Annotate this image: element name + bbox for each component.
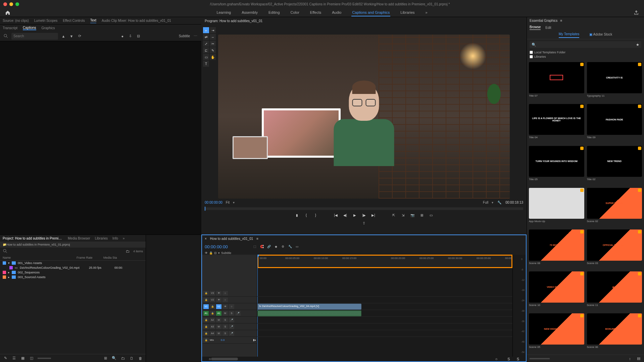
track-lock-icon[interactable]: 🔒 (203, 298, 209, 302)
lock-icon[interactable]: 🔒 (209, 251, 213, 255)
workspace-captions-graphics[interactable]: Captions and Graphics (351, 9, 390, 16)
track-label[interactable]: V2 (210, 298, 215, 302)
track-lock-icon[interactable]: 🔒 (210, 311, 215, 316)
window-controls[interactable] (3, 2, 19, 6)
filter-libraries-checkbox[interactable]: Libraries (530, 55, 641, 58)
expand-icon[interactable]: ▾ (8, 261, 10, 265)
timeline-timecode[interactable]: 00:00:00:00 (205, 244, 252, 249)
mark-out-icon[interactable]: } (313, 213, 318, 218)
caption-refresh-icon[interactable]: ⟳ (77, 34, 82, 39)
captions-more-icon[interactable]: ⋯ (193, 34, 198, 39)
timeline-scrollbar[interactable]: ○ ○ S S (202, 357, 526, 361)
tab-project[interactable]: Project: How to add subtitles in Premier… (3, 237, 63, 240)
export-frame-icon[interactable]: 📷 (410, 213, 415, 218)
template-item[interactable]: VIDEO DISPLAYSScene 10 (529, 271, 584, 311)
track-label[interactable]: V1 (216, 304, 221, 309)
template-item[interactable]: 설치Scene 11 (587, 271, 642, 311)
track-lock-icon[interactable]: 🔒 (203, 331, 209, 336)
step-back-icon[interactable]: ◀| (343, 213, 348, 218)
track-voice-icon[interactable]: 🎤 (229, 331, 234, 336)
new-item-icon[interactable]: ✎ (3, 356, 8, 361)
track-lane-a1[interactable] (257, 310, 512, 317)
caption-next-icon[interactable]: ▼ (69, 34, 74, 39)
template-thumbnail[interactable]: VIDEO DISPLAYS (529, 271, 584, 303)
tracks-area[interactable]: 00:00 00:00:05:00 00:00:10:00 00:00:15:0… (257, 255, 512, 357)
caption-record-icon[interactable]: ● (120, 34, 125, 39)
template-item[interactable]: FASHION FADETitle 09 (587, 104, 642, 143)
tab-lumetri[interactable]: Lumetri Scopes (34, 19, 57, 22)
track-lock-icon[interactable]: 🔒 (203, 338, 209, 343)
workspace-color[interactable]: Color (290, 9, 300, 16)
workspace-audio[interactable]: Audio (331, 9, 342, 16)
thumb-size-slider[interactable] (530, 358, 550, 359)
step-forward-icon[interactable]: |▶ (361, 213, 367, 218)
cc-icon[interactable]: ▭ (294, 244, 300, 250)
subtab-graphics[interactable]: Graphics (42, 26, 55, 30)
list-view-icon[interactable]: ☰ (11, 356, 17, 361)
workspace-learning[interactable]: Learning (216, 9, 232, 16)
scroll-handle-right[interactable]: ○ (495, 357, 498, 361)
template-item[interactable]: Title 07 (529, 62, 584, 101)
caption-split-icon[interactable]: ⊟ (136, 34, 141, 39)
col-mediastart[interactable]: Media Sta (103, 256, 117, 259)
track-header-v1[interactable]: V1 🔒 V1 👁 ○ (202, 303, 257, 310)
tab-overflow-icon[interactable]: » (123, 237, 125, 240)
go-to-in-icon[interactable]: |◀ (333, 213, 339, 218)
template-item[interactable]: NEW HIGHLIGHT 1080Scene 05 (529, 313, 584, 353)
rolling-tool-icon[interactable]: ↔ (210, 34, 216, 40)
audio-clip[interactable] (257, 310, 361, 316)
template-thumbnail[interactable]: MONUMENT 770 (587, 313, 642, 345)
expand-icon[interactable]: ▸ (8, 275, 10, 279)
eg-search-box[interactable]: 🔍 ★ (530, 41, 641, 48)
track-solo-icon[interactable]: S (229, 311, 234, 316)
freeform-view-icon[interactable]: ◫ (29, 356, 34, 361)
solo-label[interactable]: S (517, 357, 519, 361)
track-header-a4[interactable]: 🔒 A4 M S 🎤 (202, 330, 257, 337)
track-mute-icon[interactable]: M (216, 318, 221, 322)
project-search-icon[interactable] (3, 249, 8, 254)
template-thumbnail[interactable] (529, 62, 584, 93)
template-item[interactable]: OFFICIAL TYPE ONEScene 03 (587, 229, 642, 269)
auto-sequence-icon[interactable]: ⊞ (103, 356, 108, 361)
program-viewer[interactable] (218, 35, 510, 199)
expand-icon[interactable]: ▸ (8, 271, 10, 274)
track-header-v2[interactable]: 🔒 V2 👁 ○ (202, 297, 257, 303)
selection-tool-icon[interactable]: ▸ (203, 27, 209, 33)
template-thumbnail[interactable]: FASHION FADE (587, 104, 642, 135)
template-thumbnail[interactable]: TURN YOUR WOUNDS INTO WISDOM (529, 146, 584, 177)
chevron-down-icon[interactable]: ▾ (233, 201, 235, 204)
subtitle-dropdown-label[interactable]: Subtitle (179, 34, 190, 38)
track-output-icon[interactable]: ○ (222, 291, 228, 296)
export-icon[interactable]: ⇪ (361, 221, 367, 226)
track-header-v3[interactable]: 🔒 V3 👁 ○ (202, 290, 257, 297)
extract-icon[interactable]: ⇲ (400, 213, 406, 218)
rate-tool-icon[interactable]: ⤢ (203, 41, 209, 47)
template-thumbnail[interactable]: SUPER PROMO (587, 188, 642, 219)
pen-tool-icon[interactable]: ✎ (210, 47, 216, 53)
track-lock-icon[interactable]: 🔒 (210, 304, 215, 309)
subtab-captions[interactable]: Captions (23, 26, 36, 30)
tab-libraries[interactable]: Libraries (95, 237, 108, 240)
track-lock-icon[interactable]: 🔒 (203, 318, 209, 322)
video-clip[interactable]: fx DaVinciResolveColourGrading_V02_04.mp… (257, 304, 361, 310)
project-row-clip[interactable]: ▭ DaVinciResolveColourGrading_V02_04.mp4… (0, 265, 146, 270)
hand-tool-icon[interactable]: ✋ (210, 54, 216, 60)
col-name[interactable]: Name (3, 256, 77, 259)
caption-import-icon[interactable]: ⇩ (128, 34, 133, 39)
settings-icon[interactable]: ⚙ (280, 244, 286, 250)
template-thumbnail[interactable]: NEW TREND (587, 146, 642, 177)
eg-search-input[interactable] (538, 42, 634, 47)
track-voice-icon[interactable]: 🎤 (235, 311, 241, 316)
track-mute-icon[interactable]: M (222, 311, 228, 316)
share-icon[interactable] (634, 10, 639, 15)
track-output-icon[interactable]: ○ (229, 304, 234, 309)
track-voice-icon[interactable]: 🎤 (229, 324, 234, 329)
template-item[interactable]: CREATIVITY ISTypography 11 (587, 62, 642, 101)
workspace-editing[interactable]: Editing (268, 9, 281, 16)
slip-tool-icon[interactable]: ⊏ (203, 47, 209, 53)
zoom-slider[interactable] (38, 358, 51, 359)
mark-in-icon[interactable]: { (304, 213, 309, 218)
subtab-transcript[interactable]: Transcript (3, 26, 17, 30)
home-icon[interactable] (5, 10, 10, 15)
eg-more-icon[interactable]: ▤ (636, 356, 641, 361)
